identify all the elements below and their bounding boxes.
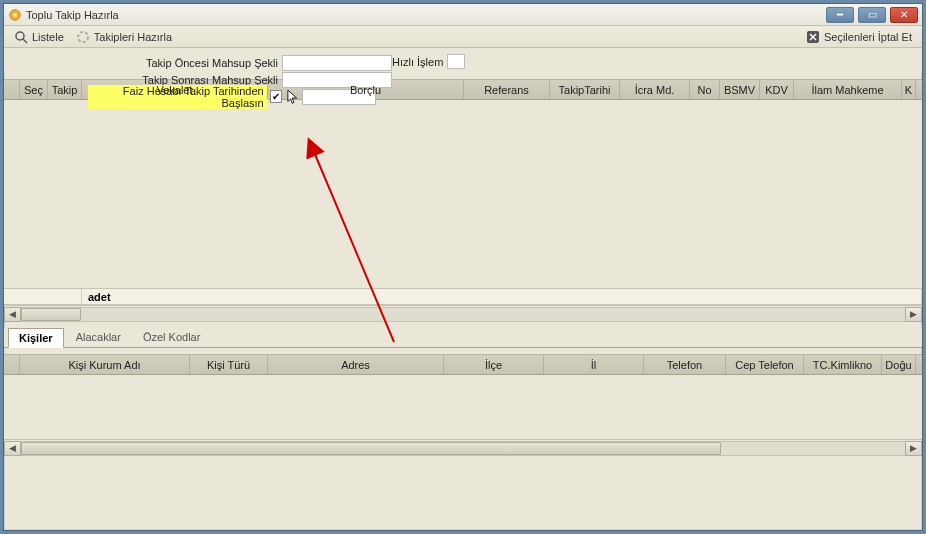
svg-point-1 <box>13 13 17 17</box>
summary-row: adet <box>4 288 922 305</box>
form-area: Takip Öncesi Mahsup Şekli Takip Sonrası … <box>4 48 922 73</box>
secilenleri-iptal-button[interactable]: Seçilenleri İptal Et <box>800 28 918 46</box>
column-header[interactable]: K <box>902 80 916 99</box>
column-header[interactable]: BSMV <box>720 80 760 99</box>
column-header[interactable] <box>4 355 20 374</box>
lbl-takip-oncesi: Takip Öncesi Mahsup Şekli <box>12 57 282 69</box>
listele-label: Listele <box>32 31 64 43</box>
listele-button[interactable]: Listele <box>8 28 70 46</box>
column-header[interactable]: KDV <box>760 80 794 99</box>
column-header[interactable]: Cep Telefon <box>726 355 804 374</box>
column-header[interactable]: Borçlu <box>268 80 464 99</box>
scroll-right-button[interactable]: ▶ <box>905 307 922 322</box>
main-grid-body[interactable] <box>4 100 922 288</box>
field-takip-oncesi[interactable] <box>282 55 392 71</box>
summary-label: adet <box>82 289 922 304</box>
main-grid-hscroll[interactable]: ◀ ▶ <box>4 305 922 322</box>
column-header[interactable]: Kişi Kurum Adı <box>20 355 190 374</box>
scroll-left-button[interactable]: ◀ <box>4 441 21 456</box>
column-header[interactable]: Referans <box>464 80 550 99</box>
column-header[interactable]: Vekalet <box>82 80 268 99</box>
column-header[interactable]: Doğu <box>882 355 916 374</box>
svg-line-3 <box>23 39 27 43</box>
tab-özel kodlar[interactable]: Özel Kodlar <box>133 328 210 347</box>
takipleri-hazirla-button[interactable]: Takipleri Hazırla <box>70 28 178 46</box>
column-header[interactable]: İl <box>544 355 644 374</box>
search-icon <box>14 30 28 44</box>
field-hizli[interactable] <box>447 54 465 69</box>
tab-strip: KişilerAlacaklarÖzel Kodlar <box>4 328 922 348</box>
scroll-thumb[interactable] <box>21 308 81 321</box>
sub-grid-hscroll[interactable]: ◀ ▶ <box>4 439 922 456</box>
column-header[interactable]: Seç <box>20 80 48 99</box>
column-header[interactable]: No <box>690 80 720 99</box>
column-header[interactable] <box>4 80 20 99</box>
scroll-track[interactable] <box>21 307 905 322</box>
sub-grid: Kişi Kurum AdıKişi TürüAdresİlçeİlTelefo… <box>4 354 922 456</box>
lbl-hizli: Hızlı İşlem <box>392 56 443 68</box>
column-header[interactable]: TakipTarihi <box>550 80 620 99</box>
maximize-button[interactable]: ▭ <box>858 7 886 23</box>
column-header[interactable]: Telefon <box>644 355 726 374</box>
cancel-icon <box>806 30 820 44</box>
tab-alacaklar[interactable]: Alacaklar <box>66 328 131 347</box>
iptal-label: Seçilenleri İptal Et <box>824 31 912 43</box>
sub-grid-body[interactable] <box>4 375 922 439</box>
scroll-left-button[interactable]: ◀ <box>4 307 21 322</box>
summary-spacer <box>4 289 82 304</box>
checkbox-faiz[interactable] <box>270 90 282 103</box>
scroll-right-button[interactable]: ▶ <box>905 441 922 456</box>
tab-kişiler[interactable]: Kişiler <box>8 328 64 348</box>
column-header[interactable]: İcra Md. <box>620 80 690 99</box>
toolbar: Listele Takipleri Hazırla Seçilenleri İp… <box>4 26 922 48</box>
close-button[interactable]: ✕ <box>890 7 918 23</box>
svg-point-4 <box>78 32 88 42</box>
column-header[interactable]: Takip <box>48 80 82 99</box>
column-header[interactable]: İlam Mahkeme <box>794 80 902 99</box>
column-header[interactable]: Kişi Türü <box>190 355 268 374</box>
scroll-thumb[interactable] <box>21 442 721 455</box>
title-bar: Toplu Takip Hazırla ━ ▭ ✕ <box>4 4 922 26</box>
scroll-track[interactable] <box>21 441 905 456</box>
svg-point-2 <box>16 32 24 40</box>
window-title: Toplu Takip Hazırla <box>26 9 826 21</box>
spinner-icon <box>76 30 90 44</box>
minimize-button[interactable]: ━ <box>826 7 854 23</box>
column-header[interactable]: Adres <box>268 355 444 374</box>
column-header[interactable]: TC.Kimlikno <box>804 355 882 374</box>
hazirla-label: Takipleri Hazırla <box>94 31 172 43</box>
column-header[interactable]: İlçe <box>444 355 544 374</box>
main-grid: SeçTakipVekaletBorçluReferansTakipTarihi… <box>4 79 922 322</box>
app-icon <box>8 8 22 22</box>
